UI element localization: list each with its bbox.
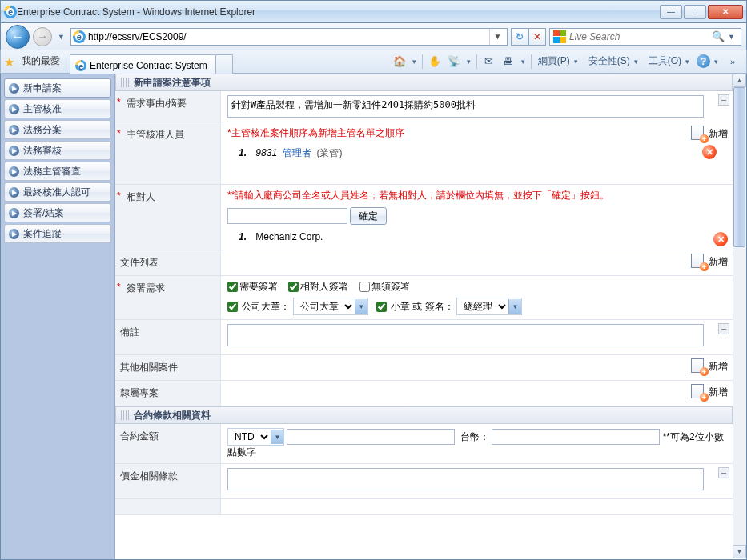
counter-note: **請輸入廠商公司全名或人員姓名；若無相對人，請於欄位內填無，並按下「確定」按鈕… (227, 189, 726, 202)
sidebar-item-sign-close[interactable]: ▶簽署/結案 (4, 203, 111, 222)
label-summary: 需求事由/摘要 (115, 91, 221, 122)
approver-item: 1. 9831 管理者 (業管) (239, 146, 726, 160)
page-icon (73, 30, 86, 43)
address-dropdown[interactable]: ▼ (489, 29, 505, 45)
collapse-remark[interactable]: – (718, 323, 729, 334)
forward-button[interactable]: → (33, 27, 52, 46)
tools-menu[interactable]: 工具(O)▾ (645, 53, 695, 70)
close-button[interactable]: ✕ (708, 5, 743, 19)
live-search-icon (553, 30, 566, 43)
help-icon[interactable]: ? (697, 54, 710, 68)
label-related: 其他相關案件 (115, 355, 221, 380)
select-big-seal[interactable]: 公司大章▼ (293, 298, 368, 315)
ie-icon (4, 6, 17, 18)
twd-input[interactable] (492, 429, 660, 445)
home-dropdown[interactable]: ▾ (410, 58, 419, 66)
tab-active[interactable]: Enterprise Contract System (70, 54, 216, 74)
search-dropdown[interactable]: ▼ (725, 33, 737, 41)
chk-no-sign[interactable] (359, 282, 370, 292)
search-input[interactable] (569, 30, 711, 44)
label-remark: 備註 (115, 320, 221, 354)
sidebar-item-legal-review[interactable]: ▶法務審核 (4, 141, 111, 160)
sidebar-item-manager-approve[interactable]: ▶主管核准 (4, 99, 111, 118)
sidebar-item-tracking[interactable]: ▶案件追蹤 (4, 224, 111, 243)
section-header-notes: 新申請案注意事項 (115, 74, 733, 91)
search-button[interactable]: 🔍 (711, 30, 725, 42)
overflow-chevron[interactable]: » (722, 57, 743, 66)
delete-counter-button[interactable]: ✕ (713, 232, 728, 246)
scroll-up[interactable]: ▲ (733, 74, 746, 87)
approver-note: *主管核准案件順序為新增主管名單之順序 (227, 126, 726, 140)
back-button[interactable]: ← (6, 25, 30, 49)
chk-need-sign[interactable] (227, 282, 238, 292)
doc-add-icon: + (691, 126, 707, 142)
label-cutoff (115, 499, 221, 514)
scroll-thumb[interactable] (733, 87, 745, 247)
collapse-price-terms[interactable]: – (718, 467, 729, 478)
add-belong-button[interactable]: + 新增 (691, 384, 728, 400)
sidebar-item-new-application[interactable]: ▶新申請案 (4, 78, 111, 98)
doc-add-icon: + (691, 358, 707, 374)
chk-small-seal[interactable] (376, 302, 387, 312)
label-amount: 合約金額 (115, 424, 221, 463)
label-price-terms: 價金相關條款 (115, 464, 221, 498)
section-header-contract: 合約條款相關資料 (115, 406, 733, 424)
safety-menu[interactable]: 安全性(S)▾ (585, 53, 644, 70)
window-title: Enterprise Contract System - Windows Int… (17, 6, 660, 18)
tab-title: Enterprise Contract System (90, 60, 207, 71)
main-content: 新申請案注意事項 需求事由/摘要 針對W產品製程，需增加一新零組件2401採購約… (115, 74, 733, 558)
maximize-button[interactable]: □ (684, 5, 706, 19)
refresh-button[interactable]: ↻ (511, 28, 528, 46)
doc-add-icon: + (691, 384, 707, 400)
nav-toolbar: ← → ▼ ▼ ↻ ✕ 🔍 ▼ (0, 23, 747, 50)
tab-icon (75, 60, 86, 71)
label-belong: 隸屬專案 (115, 381, 221, 406)
window-titlebar: Enterprise Contract System - Windows Int… (0, 0, 747, 23)
search-box[interactable]: 🔍 ▼ (549, 28, 741, 46)
price-terms-input[interactable] (227, 468, 704, 490)
delete-approver-button[interactable]: ✕ (702, 145, 717, 159)
currency-select[interactable]: NTD▼ (227, 428, 284, 446)
approver-link[interactable]: 管理者 (283, 147, 311, 158)
add-related-button[interactable]: + 新增 (691, 358, 728, 374)
command-bar: ★ 我的最愛 Enterprise Contract System 🏠▾ ✋ 📡… (0, 50, 747, 74)
scroll-down[interactable]: ▼ (733, 545, 746, 558)
home-icon[interactable]: 🏠 (391, 53, 408, 70)
scrollbar[interactable]: ▲ ▼ (733, 74, 746, 558)
add-approver-button[interactable]: + 新增 (691, 126, 728, 142)
confirm-button[interactable]: 確定 (350, 207, 387, 225)
label-files: 文件列表 (115, 250, 221, 275)
sidebar: ▶新申請案 ▶主管核准 ▶法務分案 ▶法務審核 ▶法務主管審查 ▶最終核准人認可… (1, 74, 115, 559)
new-tab-button[interactable] (215, 54, 233, 74)
minimize-button[interactable]: — (660, 5, 682, 19)
history-dropdown[interactable]: ▼ (55, 33, 67, 41)
counter-item: 1. Mechaniz Corp. (239, 231, 726, 242)
stop-button[interactable]: ✕ (528, 28, 546, 46)
sidebar-item-legal-assign[interactable]: ▶法務分案 (4, 120, 111, 139)
summary-input[interactable]: 針對W產品製程，需增加一新零組件2401採購約5000批料 (227, 95, 704, 118)
sidebar-item-legal-mgr-review[interactable]: ▶法務主管審查 (4, 162, 111, 181)
counterparty-input[interactable] (227, 208, 347, 224)
label-sign: 簽署需求 (115, 276, 221, 319)
favorites-label[interactable]: 我的最愛 (18, 54, 63, 68)
remark-input[interactable] (227, 324, 704, 346)
mail-icon[interactable]: ✉ (480, 53, 498, 70)
label-approver: 主管核准人員 (115, 122, 221, 184)
grip-icon (121, 78, 129, 87)
chk-big-seal[interactable] (227, 302, 238, 312)
address-bar[interactable]: ▼ (70, 28, 508, 46)
amount-input[interactable] (287, 429, 455, 445)
chk-counter-sign[interactable] (288, 282, 299, 292)
grip-icon (121, 410, 129, 420)
page-menu[interactable]: 網頁(P)▾ (535, 53, 584, 70)
print-icon[interactable]: 🖶 (500, 53, 517, 70)
favorites-star-icon[interactable]: ★ (4, 55, 17, 68)
label-counterparty: 相對人 (115, 185, 221, 250)
feed-icon[interactable]: 📡 (445, 53, 463, 70)
select-small-seal[interactable]: 總經理▼ (456, 298, 522, 315)
collapse-summary[interactable]: – (718, 94, 729, 106)
address-input[interactable] (88, 30, 489, 44)
hand-icon[interactable]: ✋ (426, 53, 444, 70)
add-file-button[interactable]: + 新增 (691, 254, 728, 270)
sidebar-item-final-approve[interactable]: ▶最終核准人認可 (4, 182, 111, 202)
